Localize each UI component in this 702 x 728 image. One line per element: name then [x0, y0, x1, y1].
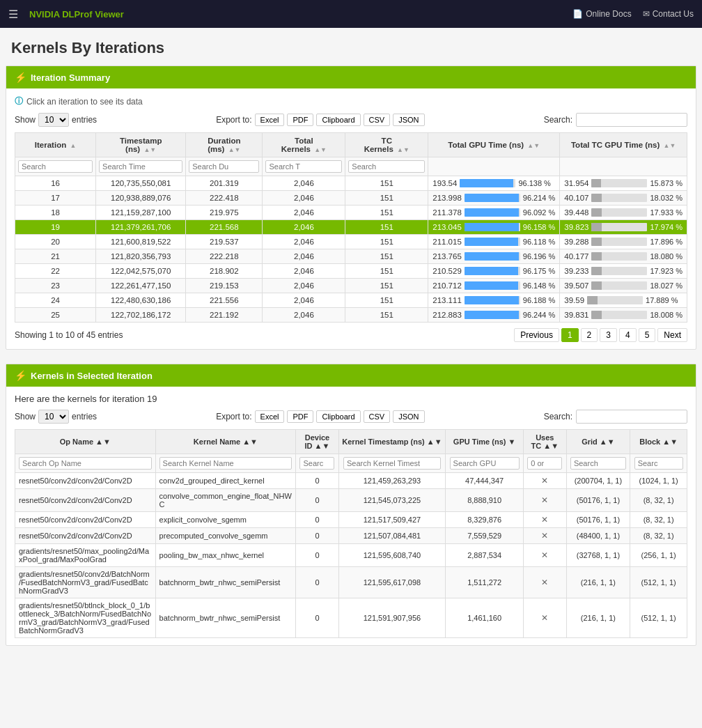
cell-tc-kernels: 151: [345, 308, 428, 323]
iteration-table-row[interactable]: 24 122,480,630,186 221.556 2,046 151 213…: [15, 293, 687, 308]
kernels-table-row[interactable]: resnet50/conv2d/conv2d/Conv2D precompute…: [15, 528, 687, 544]
cell-gpu-time: 213.998 96.214 %: [428, 191, 560, 206]
prev-page-btn[interactable]: Previous: [514, 328, 559, 342]
kernels-export-csv-btn[interactable]: CSV: [364, 410, 391, 423]
cell-iteration: 22: [15, 264, 96, 279]
cell-duration: 221.568: [186, 220, 263, 235]
col-gpu-time[interactable]: Total GPU Time (ns) ▲▼: [428, 133, 560, 157]
kernels-table-row[interactable]: resnet50/conv2d/conv2d/Conv2D explicit_c…: [15, 512, 687, 528]
section-title: Iteration Summary: [31, 72, 110, 83]
kernels-show-entries-select[interactable]: 10 25 50: [38, 410, 69, 424]
cell-tc-gpu-time: 39.448 17.933 %: [560, 206, 687, 220]
cell-kernel-timestamp: 121,459,263,293: [338, 473, 445, 489]
iteration-info-line: ⓘ Click an iteration to see its data: [15, 95, 687, 107]
col-device-id[interactable]: DeviceID ▲▼: [296, 430, 338, 454]
cell-block: (8, 32, 1): [630, 489, 687, 512]
kernels-table-row[interactable]: resnet50/conv2d/conv2d/Conv2D conv2d_gro…: [15, 473, 687, 489]
export-excel-btn[interactable]: Excel: [255, 114, 285, 126]
cell-timestamp: 120,735,550,081: [96, 176, 186, 191]
col-k-gpu-time[interactable]: GPU Time (ns) ▼: [446, 430, 524, 454]
search-duration[interactable]: [189, 160, 259, 173]
cell-k-gpu-time: 2,887,534: [446, 544, 524, 567]
cell-k-gpu-time: 47,444,347: [446, 473, 524, 489]
col-op-name[interactable]: Op Name ▲▼: [15, 430, 156, 454]
show-entries-select[interactable]: 10 25 50: [38, 113, 69, 127]
iteration-table-row[interactable]: 16 120,735,550,081 201.319 2,046 151 193…: [15, 176, 687, 191]
online-docs-link[interactable]: 📄 Online Docs: [572, 9, 631, 19]
cell-gpu-time: 211.378 96.092 %: [428, 206, 560, 220]
page-3-btn[interactable]: 3: [600, 328, 617, 342]
search-iteration[interactable]: [18, 160, 93, 173]
iteration-table-row[interactable]: 18 121,159,287,100 219.975 2,046 151 211…: [15, 206, 687, 220]
iteration-table-row[interactable]: 21 121,820,356,793 222.218 2,046 151 213…: [15, 249, 687, 264]
search-kernel-timestamp[interactable]: [343, 457, 441, 470]
cell-total-kernels: 2,046: [263, 249, 345, 264]
iteration-table-row[interactable]: 19 121,379,261,706 221.568 2,046 151 213…: [15, 220, 687, 235]
cell-total-kernels: 2,046: [263, 176, 345, 191]
page-4-btn[interactable]: 4: [619, 328, 637, 342]
cell-kernel-timestamp: 121,545,073,225: [338, 489, 445, 512]
cell-kernel-name: conv2d_grouped_direct_kernel: [155, 473, 296, 489]
kernels-search-group: Search:: [544, 410, 687, 424]
search-tc-kernels[interactable]: [348, 160, 425, 173]
next-page-btn[interactable]: Next: [657, 328, 687, 342]
cell-timestamp: 122,261,477,150: [96, 279, 186, 293]
cell-tc-gpu-time: 40.177 18.080 %: [560, 249, 687, 264]
col-tc-gpu-time[interactable]: Total TC GPU Time (ns) ▲▼: [560, 133, 687, 157]
iteration-table-row[interactable]: 23 122,261,477,150 219.153 2,046 151 210…: [15, 279, 687, 293]
cell-kernel-name: precomputed_convolve_sgemm: [155, 528, 296, 544]
export-pdf-btn[interactable]: PDF: [287, 114, 313, 126]
kernels-search-input[interactable]: [576, 410, 687, 424]
iteration-summary-body: ⓘ Click an iteration to see its data Sho…: [6, 88, 696, 349]
iteration-pagination: Previous 1 2 3 4 5 Next: [514, 328, 687, 342]
menu-icon[interactable]: ☰: [8, 8, 18, 21]
iteration-table-header-row: Iteration ▲ Timestamp(ns) ▲▼ Duration(ms…: [15, 133, 687, 157]
col-kernel-name[interactable]: Kernel Name ▲▼: [155, 430, 296, 454]
col-kernel-timestamp[interactable]: Kernel Timestamp (ns) ▲▼: [338, 430, 445, 454]
page-2-btn[interactable]: 2: [581, 328, 598, 342]
kernels-table-row[interactable]: gradients/resnet50/max_pooling2d/MaxPool…: [15, 544, 687, 567]
cell-block: (512, 1, 1): [630, 598, 687, 638]
cell-gpu-time: 213.045 96.158 %: [428, 220, 560, 235]
col-uses-tc[interactable]: UsesTC ▲▼: [524, 430, 566, 454]
search-uses-tc[interactable]: [527, 457, 562, 470]
search-k-gpu-time[interactable]: [450, 457, 520, 470]
cell-tc-kernels: 151: [345, 249, 428, 264]
cell-tc-kernels: 151: [345, 293, 428, 308]
col-grid[interactable]: Grid ▲▼: [566, 430, 630, 454]
search-timestamp[interactable]: [99, 160, 182, 173]
col-total-kernels[interactable]: TotalKernels ▲▼: [263, 133, 345, 157]
search-device-id[interactable]: [299, 457, 334, 470]
kernels-export-excel-btn[interactable]: Excel: [255, 410, 285, 423]
col-duration[interactable]: Duration(ms) ▲▼: [186, 133, 263, 157]
kernels-table: Op Name ▲▼ Kernel Name ▲▼ DeviceID ▲▼ Ke…: [15, 429, 687, 638]
col-iteration[interactable]: Iteration ▲: [15, 133, 96, 157]
export-csv-btn[interactable]: CSV: [364, 114, 391, 126]
col-block[interactable]: Block ▲▼: [630, 430, 687, 454]
iteration-table-row[interactable]: 17 120,938,889,076 222.418 2,046 151 213…: [15, 191, 687, 206]
search-total-kernels[interactable]: [265, 160, 342, 173]
kernels-table-row[interactable]: gradients/resnet50/conv2d/BatchNorm/Fuse…: [15, 567, 687, 598]
col-tc-kernels[interactable]: TCKernels ▲▼: [345, 133, 428, 157]
cell-kernel-name: batchnorm_bwtr_nhwc_semiPersist: [155, 567, 296, 598]
kernels-table-row[interactable]: resnet50/conv2d/conv2d/Conv2D convolve_c…: [15, 489, 687, 512]
page-title: Kernels By Iterations: [0, 28, 702, 65]
kernels-export-pdf-btn[interactable]: PDF: [287, 410, 313, 423]
export-clipboard-btn[interactable]: Clipboard: [316, 114, 360, 126]
contact-us-link[interactable]: ✉ Contact Us: [643, 9, 694, 19]
kernels-export-clipboard-btn[interactable]: Clipboard: [316, 410, 360, 423]
iteration-table-row[interactable]: 22 122,042,575,070 218.902 2,046 151 210…: [15, 264, 687, 279]
search-block[interactable]: [634, 457, 683, 470]
page-5-btn[interactable]: 5: [639, 328, 656, 342]
iteration-search-input[interactable]: [576, 113, 687, 127]
kernels-export-json-btn[interactable]: JSON: [393, 410, 424, 423]
iteration-table-row[interactable]: 25 122,702,186,172 221.192 2,046 151 212…: [15, 308, 687, 323]
search-kernel-name[interactable]: [159, 457, 292, 470]
search-op-name[interactable]: [19, 457, 152, 470]
search-grid[interactable]: [570, 457, 626, 470]
iteration-table-row[interactable]: 20 121,600,819,522 219.537 2,046 151 211…: [15, 235, 687, 249]
page-1-btn[interactable]: 1: [561, 328, 579, 342]
col-timestamp[interactable]: Timestamp(ns) ▲▼: [96, 133, 186, 157]
kernels-table-row[interactable]: gradients/resnet50/btlnck_block_0_1/bott…: [15, 598, 687, 638]
export-json-btn[interactable]: JSON: [393, 114, 424, 126]
